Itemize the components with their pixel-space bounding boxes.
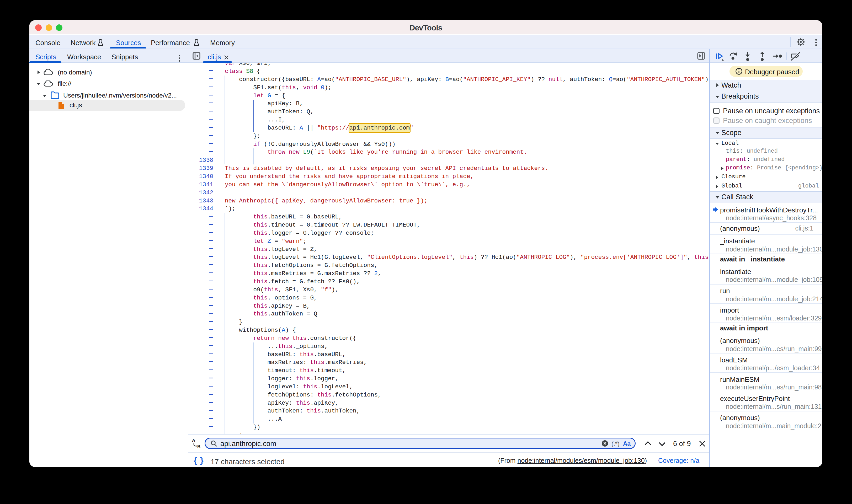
svg-text:A: A xyxy=(192,438,195,443)
svg-text:B: B xyxy=(197,444,200,449)
